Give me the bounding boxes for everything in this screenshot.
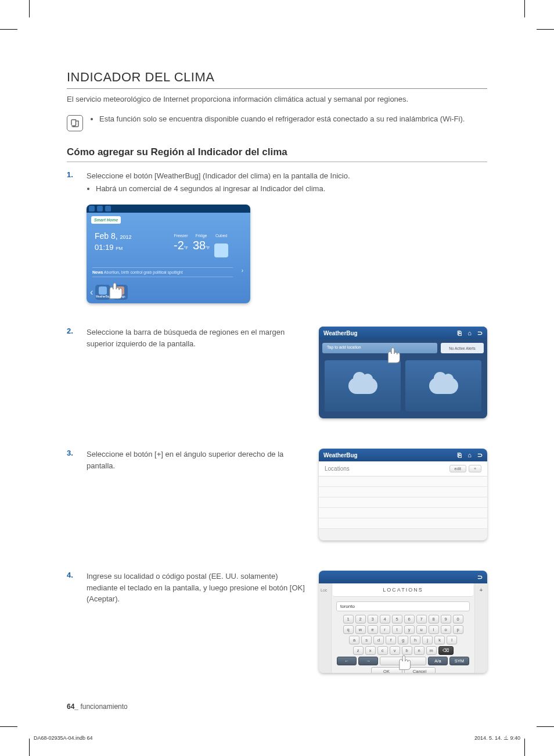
key-u[interactable]: u bbox=[416, 625, 427, 634]
home-icon[interactable]: ⌂ bbox=[467, 452, 472, 459]
key-4[interactable]: 4 bbox=[380, 615, 390, 624]
key-x[interactable]: x bbox=[365, 646, 376, 655]
side-panel: + bbox=[474, 583, 487, 673]
key-2[interactable]: 2 bbox=[355, 615, 366, 624]
save-icon[interactable]: ⎘ bbox=[458, 329, 462, 337]
note-block: Esta función solo se encuentra disponibl… bbox=[67, 114, 487, 131]
sym-key[interactable]: SYM bbox=[449, 657, 469, 665]
key-1[interactable]: 1 bbox=[343, 615, 354, 624]
dialog-title: LOCATIONS bbox=[333, 583, 473, 597]
shift-key[interactable]: A/a bbox=[428, 657, 448, 665]
key-r[interactable]: r bbox=[380, 625, 390, 634]
key-8[interactable]: 8 bbox=[429, 615, 439, 624]
home-icon[interactable]: ⌂ bbox=[467, 329, 472, 337]
pointing-hand-icon bbox=[393, 651, 414, 672]
key-5[interactable]: 5 bbox=[392, 615, 402, 624]
arrow-right-key[interactable]: → bbox=[358, 657, 378, 665]
crop-mark bbox=[537, 726, 554, 727]
weather-card bbox=[325, 360, 401, 411]
key-9[interactable]: 9 bbox=[441, 615, 451, 624]
pointing-hand-icon bbox=[103, 278, 126, 301]
back-icon[interactable]: ⊃ bbox=[477, 574, 483, 581]
key-3[interactable]: 3 bbox=[368, 615, 378, 624]
intro-text: El servicio meteorológico de Internet pr… bbox=[67, 95, 487, 103]
key-c[interactable]: c bbox=[377, 646, 388, 655]
date-display: Feb 8, 2012 bbox=[95, 231, 132, 241]
key-g[interactable]: g bbox=[398, 636, 408, 644]
arrow-left-key[interactable]: ← bbox=[337, 657, 357, 665]
key-f[interactable]: f bbox=[386, 636, 396, 644]
key-y[interactable]: y bbox=[404, 625, 415, 634]
news-ticker: News Abortion, birth control grab politi… bbox=[92, 267, 233, 277]
key-a[interactable]: a bbox=[349, 636, 359, 644]
list-item bbox=[319, 476, 487, 487]
key-e[interactable]: e bbox=[368, 625, 378, 634]
crop-mark bbox=[0, 29, 17, 30]
crop-mark bbox=[537, 29, 554, 30]
temperature-row: Freezer -2°F Fridge 38°F Cubed bbox=[174, 234, 228, 257]
key-s[interactable]: s bbox=[361, 636, 372, 644]
key-o[interactable]: o bbox=[441, 625, 451, 634]
freezer-temp: Freezer -2°F bbox=[174, 234, 188, 252]
smart-home-tag: Smart Home bbox=[91, 216, 121, 224]
key-0[interactable]: 0 bbox=[453, 615, 463, 624]
figure-keyboard: ⊃ Loc + LOCATIONS toronto 1234567890 qwe… bbox=[319, 571, 487, 673]
step-bullet: Habrá un comercial de 4 segundos al ingr… bbox=[96, 183, 487, 195]
edit-button[interactable]: edit bbox=[449, 465, 466, 472]
crop-mark bbox=[524, 739, 525, 756]
add-location-button[interactable]: + bbox=[469, 465, 481, 472]
key-t[interactable]: t bbox=[392, 625, 402, 634]
key-6[interactable]: 6 bbox=[404, 615, 415, 624]
key-w[interactable]: w bbox=[355, 625, 366, 634]
print-filename: DA68-02935A-04.indb 64 bbox=[34, 735, 93, 741]
save-icon[interactable]: ⎘ bbox=[458, 452, 462, 459]
crop-mark bbox=[29, 739, 30, 756]
key-d[interactable]: d bbox=[373, 636, 384, 644]
note-icon bbox=[67, 115, 83, 131]
key-n[interactable]: n bbox=[414, 646, 425, 655]
location-search-bar[interactable]: Tap to add location bbox=[322, 343, 437, 353]
figure-locations-list: WeatherBug ⎘ ⌂ ⊃ Locations edit + bbox=[319, 449, 487, 540]
ice-icon bbox=[214, 243, 228, 257]
print-timestamp: 2014. 5. 14. 소 9:40 bbox=[474, 735, 520, 741]
key-q[interactable]: q bbox=[343, 625, 354, 634]
status-bar bbox=[87, 205, 250, 213]
back-icon[interactable]: ⊃ bbox=[477, 452, 483, 459]
alerts-badge: No Active Alerts bbox=[441, 343, 484, 353]
crop-mark bbox=[0, 726, 17, 727]
location-input[interactable]: toronto bbox=[336, 601, 470, 611]
locations-rows bbox=[319, 476, 487, 529]
crop-mark bbox=[29, 0, 30, 17]
app-header: ⊃ bbox=[319, 571, 487, 583]
weatherbug-brand: WeatherBug bbox=[323, 452, 358, 458]
cloud-icon bbox=[348, 378, 377, 394]
add-location-button[interactable]: + bbox=[475, 587, 487, 593]
weatherbug-brand: WeatherBug bbox=[323, 330, 358, 336]
step-number: 4. bbox=[67, 571, 78, 579]
pointing-hand-icon bbox=[382, 343, 404, 365]
step-number: 1. bbox=[67, 170, 78, 179]
section-title: INDICADOR DEL CLIMA bbox=[67, 70, 487, 89]
key-l[interactable]: l bbox=[447, 636, 457, 644]
key-p[interactable]: p bbox=[453, 625, 463, 634]
key-k[interactable]: k bbox=[434, 636, 445, 644]
backspace-key[interactable]: ⌫ bbox=[438, 646, 454, 655]
subtitle: Cómo agregar su Región al Indicador del … bbox=[67, 146, 487, 162]
back-icon[interactable]: ⊃ bbox=[477, 329, 483, 337]
key-7[interactable]: 7 bbox=[416, 615, 427, 624]
time-display: 01:19 PM bbox=[95, 243, 123, 252]
figure-search-bar: WeatherBug ⎘ ⌂ ⊃ Tap to add location No … bbox=[319, 327, 487, 418]
key-i[interactable]: i bbox=[429, 625, 439, 634]
step-number: 2. bbox=[67, 327, 78, 335]
key-h[interactable]: h bbox=[410, 636, 420, 644]
step-number: 3. bbox=[67, 449, 78, 457]
step-text: Seleccione el botón [WeatherBug] (Indica… bbox=[87, 171, 350, 180]
key-j[interactable]: j bbox=[422, 636, 433, 644]
key-z[interactable]: z bbox=[353, 646, 364, 655]
cloud-icon bbox=[429, 378, 458, 394]
key-m[interactable]: m bbox=[426, 646, 437, 655]
chevron-left-icon: ‹ bbox=[90, 287, 93, 298]
step-4: 4. Ingrese su localidad o código postal … bbox=[67, 571, 308, 605]
list-item bbox=[319, 508, 487, 518]
page-footer: 64_ funcionamiento bbox=[67, 703, 128, 711]
